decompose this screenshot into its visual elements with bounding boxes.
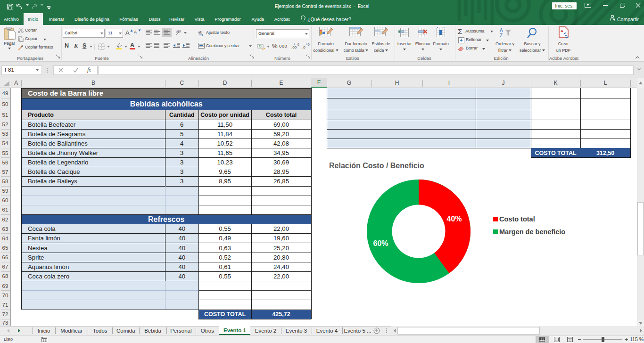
svg-text:ab: ab bbox=[176, 29, 180, 33]
svg-text:Z: Z bbox=[500, 33, 503, 38]
svg-text:A: A bbox=[561, 29, 563, 33]
svg-text:A: A bbox=[500, 28, 503, 33]
svg-text:,00: ,00 bbox=[291, 45, 297, 49]
svg-text:0: 0 bbox=[297, 43, 299, 46]
